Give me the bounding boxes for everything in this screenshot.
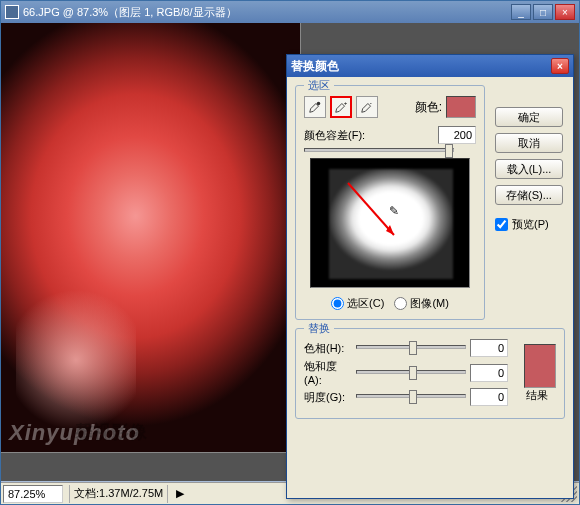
color-label: 颜色: [415,99,442,116]
canvas[interactable]: Xinyuphoto 馨视影像 [1,23,301,453]
dialog-titlebar[interactable]: 替换颜色 × [287,55,573,77]
svg-text:+: + [344,100,348,106]
radio-selection[interactable]: 选区(C) [331,296,384,311]
preview-checkbox-label[interactable]: 预览(P) [495,217,563,232]
lightness-slider[interactable] [356,394,466,398]
saturation-label: 饱和度(A): [304,359,352,386]
eyedropper-plus-icon[interactable]: + [330,96,352,118]
eyedropper-icon[interactable] [304,96,326,118]
document-titlebar[interactable]: 66.JPG @ 87.3%（图层 1, RGB/8/显示器） _ □ × [1,1,579,23]
fuzziness-label: 颜色容差(F): [304,128,434,143]
close-button[interactable]: × [555,4,575,20]
doc-size-label: 文档:1.37M/2.75M [74,486,163,501]
doc-icon [5,5,19,19]
ok-button[interactable]: 确定 [495,107,563,127]
hue-label: 色相(H): [304,341,352,356]
fuzziness-slider[interactable] [304,148,454,152]
selection-legend: 选区 [304,78,334,93]
load-button[interactable]: 载入(L)... [495,159,563,179]
selection-preview: ✎ [310,158,470,288]
document-title: 66.JPG @ 87.3%（图层 1, RGB/8/显示器） [23,5,237,20]
preview-checkbox[interactable] [495,218,508,231]
zoom-input[interactable]: 87.25% [3,485,63,503]
hue-input[interactable] [470,339,508,357]
result-color-swatch[interactable] [524,344,556,388]
svg-text:-: - [370,100,372,106]
eyedropper-minus-icon[interactable]: - [356,96,378,118]
dialog-title: 替换颜色 [291,58,339,75]
dialog-close-button[interactable]: × [551,58,569,74]
sample-color-swatch[interactable] [446,96,476,118]
image-content [1,23,300,452]
replace-color-dialog: 替换颜色 × 确定 取消 载入(L)... 存储(S)... 预览(P) 选区 [286,54,574,499]
lightness-input[interactable] [470,388,508,406]
eyedropper-cursor-icon: ✎ [389,204,399,218]
watermark-cn: 馨视影像 [75,420,147,444]
radio-image[interactable]: 图像(M) [394,296,449,311]
save-button[interactable]: 存储(S)... [495,185,563,205]
saturation-input[interactable] [470,364,508,382]
hue-slider[interactable] [356,345,466,349]
maximize-button[interactable]: □ [533,4,553,20]
replace-legend: 替换 [304,321,334,336]
result-label: 结果 [526,388,548,403]
svg-point-0 [317,102,321,106]
fuzziness-input[interactable] [438,126,476,144]
minimize-button[interactable]: _ [511,4,531,20]
saturation-slider[interactable] [356,370,466,374]
cancel-button[interactable]: 取消 [495,133,563,153]
lightness-label: 明度(G): [304,390,352,405]
